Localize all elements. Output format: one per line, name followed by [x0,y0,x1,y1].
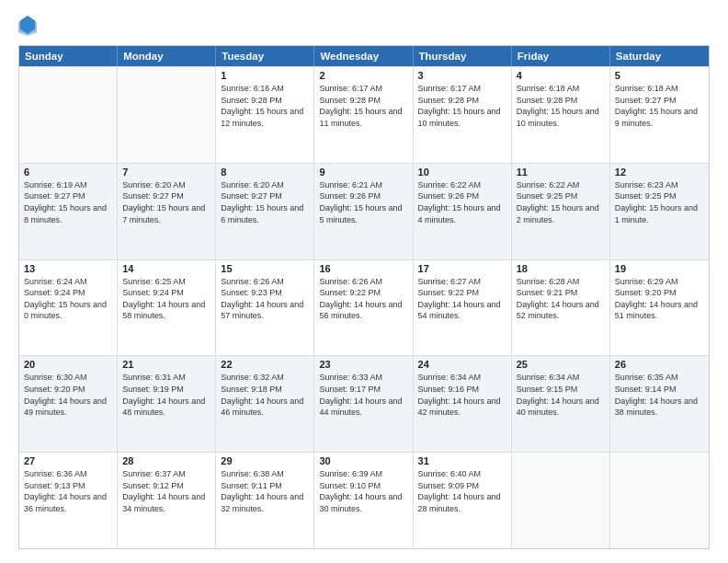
calendar-cell: 24Sunrise: 6:34 AMSunset: 9:16 PMDayligh… [414,356,512,452]
calendar-header: SundayMondayTuesdayWednesdayThursdayFrid… [19,46,709,66]
day-detail: Sunrise: 6:34 AMSunset: 9:16 PMDaylight:… [418,372,506,418]
day-number: 9 [319,167,407,178]
calendar-day-header: Monday [118,46,216,66]
day-number: 6 [24,167,112,178]
day-number: 21 [122,359,210,370]
day-number: 20 [24,359,112,370]
calendar-cell: 9Sunrise: 6:21 AMSunset: 9:26 PMDaylight… [314,164,413,259]
day-number: 11 [517,167,605,178]
calendar-cell: 15Sunrise: 6:26 AMSunset: 9:23 PMDayligh… [216,260,314,356]
calendar-cell: 25Sunrise: 6:34 AMSunset: 9:15 PMDayligh… [512,356,610,452]
calendar-day-header: Friday [512,46,610,66]
calendar-cell: 20Sunrise: 6:30 AMSunset: 9:20 PMDayligh… [19,356,118,452]
day-detail: Sunrise: 6:31 AMSunset: 9:19 PMDaylight:… [122,372,210,418]
calendar-body: 1Sunrise: 6:16 AMSunset: 9:28 PMDaylight… [19,66,709,548]
day-number: 3 [418,70,506,81]
calendar: SundayMondayTuesdayWednesdayThursdayFrid… [18,45,710,549]
calendar-day-header: Saturday [610,46,709,66]
day-detail: Sunrise: 6:26 AMSunset: 9:23 PMDaylight:… [221,276,309,322]
day-number: 14 [122,263,210,274]
day-number: 31 [418,455,506,466]
day-detail: Sunrise: 6:18 AMSunset: 9:27 PMDaylight:… [615,83,704,129]
day-detail: Sunrise: 6:35 AMSunset: 9:14 PMDaylight:… [615,372,704,418]
calendar-cell: 2Sunrise: 6:17 AMSunset: 9:28 PMDaylight… [314,67,413,163]
day-number: 24 [418,359,506,370]
calendar-row: 20Sunrise: 6:30 AMSunset: 9:20 PMDayligh… [19,355,709,452]
day-number: 10 [418,167,506,178]
day-number: 23 [319,359,407,370]
calendar-cell: 19Sunrise: 6:29 AMSunset: 9:20 PMDayligh… [610,260,709,356]
day-detail: Sunrise: 6:26 AMSunset: 9:22 PMDaylight:… [319,276,407,322]
calendar-cell: 26Sunrise: 6:35 AMSunset: 9:14 PMDayligh… [610,356,709,452]
day-number: 13 [24,263,112,274]
calendar-cell [512,453,610,548]
calendar-row: 6Sunrise: 6:19 AMSunset: 9:27 PMDaylight… [19,163,709,259]
day-detail: Sunrise: 6:34 AMSunset: 9:15 PMDaylight:… [517,372,605,418]
logo-icon [18,14,37,36]
day-detail: Sunrise: 6:17 AMSunset: 9:28 PMDaylight:… [418,83,506,129]
day-detail: Sunrise: 6:23 AMSunset: 9:25 PMDaylight:… [615,179,704,225]
calendar-cell: 12Sunrise: 6:23 AMSunset: 9:25 PMDayligh… [610,164,709,259]
day-number: 28 [122,455,210,466]
day-number: 19 [615,263,704,274]
header [18,14,710,36]
calendar-cell: 10Sunrise: 6:22 AMSunset: 9:26 PMDayligh… [414,164,512,259]
day-number: 4 [517,70,605,81]
calendar-row: 13Sunrise: 6:24 AMSunset: 9:24 PMDayligh… [19,259,709,356]
calendar-row: 1Sunrise: 6:16 AMSunset: 9:28 PMDaylight… [19,66,709,163]
day-number: 16 [319,263,407,274]
calendar-day-header: Wednesday [314,46,413,66]
day-number: 22 [221,359,309,370]
day-number: 17 [418,263,506,274]
day-detail: Sunrise: 6:24 AMSunset: 9:24 PMDaylight:… [24,276,112,322]
day-number: 8 [221,167,309,178]
day-detail: Sunrise: 6:21 AMSunset: 9:26 PMDaylight:… [319,179,407,225]
calendar-cell: 29Sunrise: 6:38 AMSunset: 9:11 PMDayligh… [216,453,314,548]
day-detail: Sunrise: 6:19 AMSunset: 9:27 PMDaylight:… [24,179,112,225]
day-detail: Sunrise: 6:37 AMSunset: 9:12 PMDaylight:… [122,468,210,514]
calendar-cell: 23Sunrise: 6:33 AMSunset: 9:17 PMDayligh… [314,356,413,452]
day-number: 5 [615,70,704,81]
calendar-cell: 4Sunrise: 6:18 AMSunset: 9:28 PMDaylight… [512,67,610,163]
day-detail: Sunrise: 6:29 AMSunset: 9:20 PMDaylight:… [615,276,704,322]
calendar-cell: 7Sunrise: 6:20 AMSunset: 9:27 PMDaylight… [118,164,216,259]
day-detail: Sunrise: 6:28 AMSunset: 9:21 PMDaylight:… [517,276,605,322]
calendar-cell: 30Sunrise: 6:39 AMSunset: 9:10 PMDayligh… [314,453,413,548]
calendar-day-header: Tuesday [216,46,314,66]
day-number: 7 [122,167,210,178]
calendar-cell: 11Sunrise: 6:22 AMSunset: 9:25 PMDayligh… [512,164,610,259]
calendar-day-header: Thursday [414,46,512,66]
calendar-cell [610,453,709,548]
calendar-cell [118,67,216,163]
day-number: 25 [517,359,605,370]
logo [18,14,40,36]
day-detail: Sunrise: 6:38 AMSunset: 9:11 PMDaylight:… [221,468,309,514]
calendar-cell: 1Sunrise: 6:16 AMSunset: 9:28 PMDaylight… [216,67,314,163]
day-detail: Sunrise: 6:18 AMSunset: 9:28 PMDaylight:… [517,83,605,129]
calendar-cell: 18Sunrise: 6:28 AMSunset: 9:21 PMDayligh… [512,260,610,356]
day-number: 27 [24,455,112,466]
day-detail: Sunrise: 6:17 AMSunset: 9:28 PMDaylight:… [319,83,407,129]
day-number: 2 [319,70,407,81]
calendar-cell: 28Sunrise: 6:37 AMSunset: 9:12 PMDayligh… [118,453,216,548]
calendar-cell: 17Sunrise: 6:27 AMSunset: 9:22 PMDayligh… [414,260,512,356]
calendar-cell: 6Sunrise: 6:19 AMSunset: 9:27 PMDaylight… [19,164,118,259]
calendar-cell: 8Sunrise: 6:20 AMSunset: 9:27 PMDaylight… [216,164,314,259]
calendar-cell: 27Sunrise: 6:36 AMSunset: 9:13 PMDayligh… [19,453,118,548]
day-number: 26 [615,359,704,370]
calendar-cell: 22Sunrise: 6:32 AMSunset: 9:18 PMDayligh… [216,356,314,452]
day-number: 29 [221,455,309,466]
calendar-cell: 16Sunrise: 6:26 AMSunset: 9:22 PMDayligh… [314,260,413,356]
day-detail: Sunrise: 6:27 AMSunset: 9:22 PMDaylight:… [418,276,506,322]
svg-marker-1 [18,16,37,36]
day-detail: Sunrise: 6:16 AMSunset: 9:28 PMDaylight:… [221,83,309,129]
day-detail: Sunrise: 6:36 AMSunset: 9:13 PMDaylight:… [24,468,112,514]
day-number: 30 [319,455,407,466]
day-detail: Sunrise: 6:20 AMSunset: 9:27 PMDaylight:… [221,179,309,225]
day-detail: Sunrise: 6:20 AMSunset: 9:27 PMDaylight:… [122,179,210,225]
day-detail: Sunrise: 6:25 AMSunset: 9:24 PMDaylight:… [122,276,210,322]
day-detail: Sunrise: 6:32 AMSunset: 9:18 PMDaylight:… [221,372,309,418]
day-detail: Sunrise: 6:22 AMSunset: 9:25 PMDaylight:… [517,179,605,225]
calendar-row: 27Sunrise: 6:36 AMSunset: 9:13 PMDayligh… [19,452,709,548]
day-detail: Sunrise: 6:22 AMSunset: 9:26 PMDaylight:… [418,179,506,225]
